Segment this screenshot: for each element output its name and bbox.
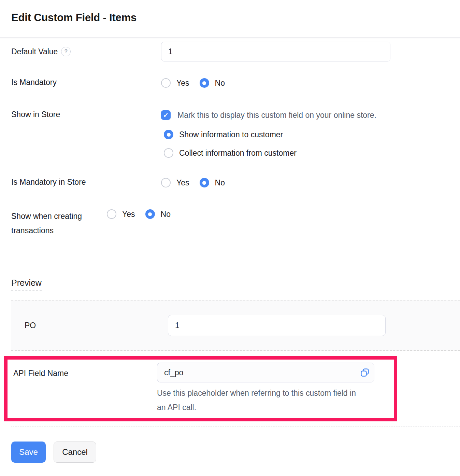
- footer-actions: Save Cancel: [11, 442, 460, 463]
- is-mandatory-in-store-yes-radio[interactable]: [161, 178, 171, 187]
- row-show-when-creating-transactions: Show when creating transactions Yes No: [11, 209, 460, 238]
- row-api-field-name: API Field Name Use this placeholder when…: [13, 363, 394, 415]
- save-button[interactable]: Save: [11, 442, 46, 463]
- preview-field-input[interactable]: [168, 315, 386, 336]
- show-information-label[interactable]: Show information to customer: [179, 130, 283, 139]
- default-value-label: Default Value: [11, 47, 58, 56]
- default-value-input[interactable]: [161, 42, 390, 61]
- cancel-button[interactable]: Cancel: [54, 442, 96, 463]
- preview-heading: Preview: [11, 278, 42, 291]
- dialog-header: Edit Custom Field - Items: [0, 0, 460, 38]
- page-title: Edit Custom Field - Items: [11, 12, 460, 24]
- is-mandatory-in-store-no-label[interactable]: No: [215, 178, 225, 187]
- footer-divider: [11, 426, 460, 427]
- collect-information-label[interactable]: Collect information from customer: [179, 149, 297, 158]
- is-mandatory-no-radio[interactable]: [200, 78, 209, 88]
- collect-information-radio[interactable]: [164, 148, 173, 158]
- is-mandatory-yes-label[interactable]: Yes: [176, 79, 189, 88]
- show-in-store-checkbox[interactable]: [161, 110, 171, 120]
- help-icon[interactable]: [61, 47, 71, 56]
- show-when-creating-no-radio[interactable]: [145, 209, 155, 219]
- preview-field-label: PO: [25, 321, 168, 330]
- api-field-help-text: Use this placeholder when referring to t…: [157, 386, 362, 415]
- show-when-creating-no-label[interactable]: No: [161, 210, 171, 219]
- show-when-creating-yes-label[interactable]: Yes: [122, 210, 135, 219]
- api-field-name-label: API Field Name: [13, 363, 157, 378]
- is-mandatory-in-store-yes-label[interactable]: Yes: [176, 178, 189, 187]
- show-information-radio[interactable]: [164, 130, 173, 139]
- edit-custom-field-form: Default Value Is Mandatory Yes No Show i…: [0, 42, 460, 238]
- copy-icon: [360, 368, 369, 377]
- show-when-creating-yes-radio[interactable]: [107, 209, 116, 219]
- is-mandatory-yes-radio[interactable]: [161, 78, 171, 88]
- show-in-store-label: Show in Store: [11, 110, 161, 119]
- row-is-mandatory-in-store: Is Mandatory in Store Yes No: [11, 178, 460, 188]
- row-is-mandatory: Is Mandatory Yes No: [11, 78, 460, 88]
- row-default-value: Default Value: [11, 42, 460, 61]
- row-show-in-store: Show in Store Mark this to display this …: [11, 110, 460, 158]
- api-field-annotation-box: API Field Name Use this placeholder when…: [4, 356, 397, 421]
- show-when-creating-transactions-label: Show when creating transactions: [11, 209, 107, 238]
- copy-button[interactable]: [360, 368, 370, 377]
- show-in-store-checkbox-label[interactable]: Mark this to display this custom field o…: [177, 111, 376, 120]
- is-mandatory-in-store-no-radio[interactable]: [200, 178, 209, 187]
- is-mandatory-in-store-label: Is Mandatory in Store: [11, 178, 161, 187]
- is-mandatory-label: Is Mandatory: [11, 78, 161, 87]
- preview-box: PO: [11, 300, 460, 351]
- api-field-name-input[interactable]: [157, 363, 374, 382]
- is-mandatory-no-label[interactable]: No: [215, 79, 225, 88]
